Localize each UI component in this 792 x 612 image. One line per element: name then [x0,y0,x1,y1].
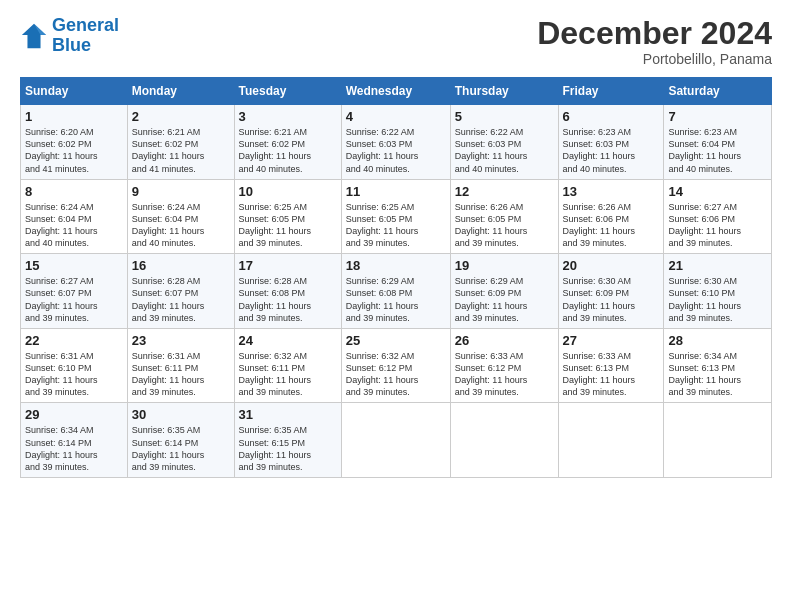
calendar-cell: 31Sunrise: 6:35 AM Sunset: 6:15 PM Dayli… [234,403,341,478]
day-info: Sunrise: 6:25 AM Sunset: 6:05 PM Dayligh… [239,201,337,250]
logo: General Blue [20,16,119,56]
calendar-cell: 12Sunrise: 6:26 AM Sunset: 6:05 PM Dayli… [450,179,558,254]
calendar-cell: 5Sunrise: 6:22 AM Sunset: 6:03 PM Daylig… [450,105,558,180]
day-number: 10 [239,184,337,199]
calendar-cell: 9Sunrise: 6:24 AM Sunset: 6:04 PM Daylig… [127,179,234,254]
calendar-cell: 1Sunrise: 6:20 AM Sunset: 6:02 PM Daylig… [21,105,128,180]
day-number: 4 [346,109,446,124]
col-header-sunday: Sunday [21,78,128,105]
day-number: 5 [455,109,554,124]
calendar-cell: 17Sunrise: 6:28 AM Sunset: 6:08 PM Dayli… [234,254,341,329]
location: Portobelillo, Panama [537,51,772,67]
calendar-cell: 8Sunrise: 6:24 AM Sunset: 6:04 PM Daylig… [21,179,128,254]
day-info: Sunrise: 6:22 AM Sunset: 6:03 PM Dayligh… [455,126,554,175]
calendar-cell [450,403,558,478]
title-block: December 2024 Portobelillo, Panama [537,16,772,67]
day-number: 6 [563,109,660,124]
day-info: Sunrise: 6:23 AM Sunset: 6:04 PM Dayligh… [668,126,767,175]
day-info: Sunrise: 6:20 AM Sunset: 6:02 PM Dayligh… [25,126,123,175]
calendar-cell: 21Sunrise: 6:30 AM Sunset: 6:10 PM Dayli… [664,254,772,329]
col-header-saturday: Saturday [664,78,772,105]
calendar-cell: 7Sunrise: 6:23 AM Sunset: 6:04 PM Daylig… [664,105,772,180]
day-number: 25 [346,333,446,348]
calendar-cell: 30Sunrise: 6:35 AM Sunset: 6:14 PM Dayli… [127,403,234,478]
day-number: 14 [668,184,767,199]
calendar-cell: 22Sunrise: 6:31 AM Sunset: 6:10 PM Dayli… [21,328,128,403]
col-header-tuesday: Tuesday [234,78,341,105]
week-row-1: 1Sunrise: 6:20 AM Sunset: 6:02 PM Daylig… [21,105,772,180]
calendar-table: SundayMondayTuesdayWednesdayThursdayFrid… [20,77,772,478]
day-number: 3 [239,109,337,124]
header-row: SundayMondayTuesdayWednesdayThursdayFrid… [21,78,772,105]
calendar-cell: 16Sunrise: 6:28 AM Sunset: 6:07 PM Dayli… [127,254,234,329]
calendar-cell: 3Sunrise: 6:21 AM Sunset: 6:02 PM Daylig… [234,105,341,180]
day-number: 2 [132,109,230,124]
day-info: Sunrise: 6:33 AM Sunset: 6:12 PM Dayligh… [455,350,554,399]
col-header-monday: Monday [127,78,234,105]
day-info: Sunrise: 6:31 AM Sunset: 6:11 PM Dayligh… [132,350,230,399]
day-number: 13 [563,184,660,199]
col-header-wednesday: Wednesday [341,78,450,105]
calendar-cell [664,403,772,478]
logo-icon [20,22,48,50]
day-info: Sunrise: 6:26 AM Sunset: 6:05 PM Dayligh… [455,201,554,250]
day-number: 20 [563,258,660,273]
day-info: Sunrise: 6:32 AM Sunset: 6:12 PM Dayligh… [346,350,446,399]
calendar-cell [341,403,450,478]
calendar-cell: 15Sunrise: 6:27 AM Sunset: 6:07 PM Dayli… [21,254,128,329]
header: General Blue December 2024 Portobelillo,… [20,16,772,67]
day-info: Sunrise: 6:29 AM Sunset: 6:09 PM Dayligh… [455,275,554,324]
day-info: Sunrise: 6:33 AM Sunset: 6:13 PM Dayligh… [563,350,660,399]
day-number: 12 [455,184,554,199]
day-info: Sunrise: 6:32 AM Sunset: 6:11 PM Dayligh… [239,350,337,399]
week-row-2: 8Sunrise: 6:24 AM Sunset: 6:04 PM Daylig… [21,179,772,254]
day-info: Sunrise: 6:28 AM Sunset: 6:08 PM Dayligh… [239,275,337,324]
col-header-friday: Friday [558,78,664,105]
day-number: 21 [668,258,767,273]
day-info: Sunrise: 6:29 AM Sunset: 6:08 PM Dayligh… [346,275,446,324]
day-info: Sunrise: 6:35 AM Sunset: 6:14 PM Dayligh… [132,424,230,473]
day-number: 31 [239,407,337,422]
calendar-cell: 25Sunrise: 6:32 AM Sunset: 6:12 PM Dayli… [341,328,450,403]
calendar-cell: 10Sunrise: 6:25 AM Sunset: 6:05 PM Dayli… [234,179,341,254]
calendar-cell: 14Sunrise: 6:27 AM Sunset: 6:06 PM Dayli… [664,179,772,254]
day-number: 15 [25,258,123,273]
day-number: 9 [132,184,230,199]
calendar-cell: 13Sunrise: 6:26 AM Sunset: 6:06 PM Dayli… [558,179,664,254]
calendar-cell: 20Sunrise: 6:30 AM Sunset: 6:09 PM Dayli… [558,254,664,329]
week-row-3: 15Sunrise: 6:27 AM Sunset: 6:07 PM Dayli… [21,254,772,329]
day-number: 26 [455,333,554,348]
day-info: Sunrise: 6:27 AM Sunset: 6:06 PM Dayligh… [668,201,767,250]
day-number: 30 [132,407,230,422]
day-info: Sunrise: 6:26 AM Sunset: 6:06 PM Dayligh… [563,201,660,250]
calendar-cell: 29Sunrise: 6:34 AM Sunset: 6:14 PM Dayli… [21,403,128,478]
day-info: Sunrise: 6:28 AM Sunset: 6:07 PM Dayligh… [132,275,230,324]
day-number: 11 [346,184,446,199]
day-number: 7 [668,109,767,124]
calendar-cell: 18Sunrise: 6:29 AM Sunset: 6:08 PM Dayli… [341,254,450,329]
calendar-cell: 11Sunrise: 6:25 AM Sunset: 6:05 PM Dayli… [341,179,450,254]
day-info: Sunrise: 6:35 AM Sunset: 6:15 PM Dayligh… [239,424,337,473]
day-info: Sunrise: 6:34 AM Sunset: 6:14 PM Dayligh… [25,424,123,473]
month-title: December 2024 [537,16,772,51]
day-info: Sunrise: 6:34 AM Sunset: 6:13 PM Dayligh… [668,350,767,399]
day-number: 19 [455,258,554,273]
day-info: Sunrise: 6:25 AM Sunset: 6:05 PM Dayligh… [346,201,446,250]
calendar-cell: 2Sunrise: 6:21 AM Sunset: 6:02 PM Daylig… [127,105,234,180]
day-number: 24 [239,333,337,348]
calendar-cell: 6Sunrise: 6:23 AM Sunset: 6:03 PM Daylig… [558,105,664,180]
week-row-4: 22Sunrise: 6:31 AM Sunset: 6:10 PM Dayli… [21,328,772,403]
day-info: Sunrise: 6:22 AM Sunset: 6:03 PM Dayligh… [346,126,446,175]
calendar-cell [558,403,664,478]
day-info: Sunrise: 6:23 AM Sunset: 6:03 PM Dayligh… [563,126,660,175]
day-number: 16 [132,258,230,273]
day-info: Sunrise: 6:24 AM Sunset: 6:04 PM Dayligh… [132,201,230,250]
calendar-cell: 26Sunrise: 6:33 AM Sunset: 6:12 PM Dayli… [450,328,558,403]
calendar-cell: 23Sunrise: 6:31 AM Sunset: 6:11 PM Dayli… [127,328,234,403]
day-info: Sunrise: 6:31 AM Sunset: 6:10 PM Dayligh… [25,350,123,399]
calendar-page: General Blue December 2024 Portobelillo,… [0,0,792,612]
calendar-cell: 19Sunrise: 6:29 AM Sunset: 6:09 PM Dayli… [450,254,558,329]
svg-marker-0 [22,24,46,48]
calendar-cell: 27Sunrise: 6:33 AM Sunset: 6:13 PM Dayli… [558,328,664,403]
day-info: Sunrise: 6:21 AM Sunset: 6:02 PM Dayligh… [239,126,337,175]
